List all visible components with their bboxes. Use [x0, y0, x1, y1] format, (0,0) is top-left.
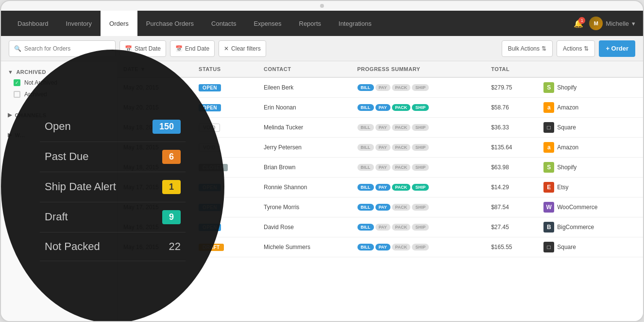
- archived-checkbox[interactable]: [14, 91, 20, 98]
- nav-inventory[interactable]: Inventory: [57, 11, 101, 36]
- cell-channel: □ Square: [538, 237, 643, 257]
- cell-progress: BILLPAYPACKSHIP: [352, 158, 486, 178]
- progress-pill: SHIP: [412, 204, 429, 211]
- not-archived-checkbox[interactable]: [14, 79, 20, 86]
- nav-contacts[interactable]: Contacts: [203, 11, 245, 36]
- channel-icon: E: [543, 182, 554, 193]
- cell-channel: a Amazon: [538, 98, 643, 118]
- actions-label: Actions: [563, 45, 582, 52]
- col-progress: PROGRESS SUMMARY: [352, 61, 486, 77]
- end-date-button[interactable]: 📅 End Date: [170, 40, 215, 57]
- add-order-label: + Order: [606, 45, 628, 52]
- actions-button[interactable]: Actions ⇅: [557, 40, 595, 57]
- progress-pill: PAY: [375, 124, 390, 131]
- popup-row[interactable]: Past Due 6: [40, 142, 186, 172]
- channel-name: WooCommerce: [557, 204, 597, 211]
- progress-pill: SHIP: [412, 144, 429, 151]
- progress-pill: BILL: [357, 244, 374, 250]
- channel-name: Square: [557, 244, 576, 250]
- popup-item-count: 22: [169, 240, 181, 253]
- progress-pill: PACK: [392, 204, 411, 211]
- cell-channel: S Shopify: [538, 158, 643, 178]
- popup-item-label: Past Due: [45, 150, 89, 163]
- progress-pills: BILLPAYPACKSHIP: [357, 124, 480, 131]
- channel-cell: S Shopify: [543, 82, 637, 93]
- popup-item-badge: 6: [162, 150, 181, 164]
- channel-cell: W WooCommerce: [543, 202, 637, 213]
- table-header-row: DATE ▼ STATUS CONTACT PROGRESS SUMMARY T…: [118, 61, 643, 77]
- search-icon: 🔍: [14, 45, 21, 52]
- channel-cell: a Amazon: [543, 102, 637, 113]
- progress-pills: BILLPAYPACKSHIP: [357, 84, 480, 91]
- clear-filters-button[interactable]: ✕ Clear filters: [219, 40, 266, 57]
- progress-pill: BILL: [357, 124, 374, 131]
- cell-channel: S Shopify: [538, 77, 643, 98]
- nav-expenses[interactable]: Expenses: [245, 11, 290, 36]
- bulk-chevron-icon: ⇅: [542, 45, 546, 52]
- cell-channel: B BigCommerce: [538, 217, 643, 237]
- progress-pill: SHIP: [412, 224, 429, 231]
- progress-pill: PACK: [392, 104, 411, 111]
- progress-pill: BILL: [357, 104, 374, 111]
- progress-pills: BILLPAYPACKSHIP: [357, 164, 480, 171]
- add-order-button[interactable]: + Order: [599, 40, 635, 57]
- archived-label: ARCHIVED: [16, 69, 46, 75]
- cell-contact: Erin Noonan: [258, 98, 352, 118]
- progress-pill: BILL: [357, 224, 374, 231]
- nav-orders[interactable]: Orders: [101, 11, 137, 36]
- cell-channel: □ Square: [538, 118, 643, 138]
- cell-total: $63.98: [485, 158, 538, 178]
- progress-pill: PAY: [375, 204, 390, 211]
- popup-row[interactable]: Not Packed 22: [40, 233, 186, 261]
- popup-row[interactable]: Draft 9: [40, 202, 186, 233]
- cell-progress: BILLPAYPACKSHIP: [352, 138, 486, 158]
- actions-chevron-icon: ⇅: [584, 45, 589, 52]
- popup-row[interactable]: Ship Date Alert 1: [40, 172, 186, 202]
- nav-reports[interactable]: Reports: [290, 11, 330, 36]
- progress-pill: BILL: [357, 164, 374, 171]
- channel-icon: □: [543, 242, 554, 252]
- progress-pill: BILL: [357, 184, 374, 191]
- table-row[interactable]: May 20, 2015 OPEN Eileen Berk BILLPAYPAC…: [118, 77, 643, 98]
- cell-total: $135.64: [485, 138, 538, 158]
- progress-pill: BILL: [357, 144, 374, 151]
- popup-item-label: Open: [45, 120, 71, 133]
- channel-name: BigCommerce: [557, 224, 594, 231]
- cell-progress: BILLPAYPACKSHIP: [352, 118, 486, 138]
- col-total: TOTAL: [485, 61, 538, 77]
- cell-status: OPEN: [193, 77, 258, 98]
- progress-pill: SHIP: [412, 104, 429, 111]
- channels-collapse-icon: ▶: [8, 112, 12, 118]
- channel-cell: B BigCommerce: [543, 222, 637, 233]
- bulk-actions-button[interactable]: Bulk Actions ⇅: [502, 40, 553, 57]
- bell-button[interactable]: 🔔 1: [574, 19, 583, 28]
- nav-integrations[interactable]: Integrations: [330, 11, 380, 36]
- channel-cell: S Shopify: [543, 162, 637, 173]
- cell-progress: BILLPAYPACKSHIP: [352, 197, 486, 217]
- channel-cell: □ Square: [543, 242, 637, 252]
- progress-pill: PACK: [392, 84, 411, 91]
- col-contact: CONTACT: [258, 61, 352, 77]
- cell-total: $14.29: [485, 178, 538, 197]
- cell-total: $165.55: [485, 237, 538, 257]
- cell-total: $279.75: [485, 77, 538, 98]
- archived-collapse-icon: ▼: [8, 69, 13, 75]
- channel-name: Amazon: [557, 144, 578, 151]
- user-menu[interactable]: M Michelle ▾: [589, 17, 635, 30]
- nav-purchase-orders[interactable]: Purchase Orders: [137, 11, 203, 36]
- progress-pill: PACK: [392, 144, 411, 151]
- nav-dashboard[interactable]: Dashboard: [9, 11, 57, 36]
- channel-cell: a Amazon: [543, 142, 637, 153]
- cell-contact: Brian Brown: [258, 158, 352, 178]
- channel-icon: a: [543, 142, 554, 153]
- progress-pills: BILLPAYPACKSHIP: [357, 104, 480, 111]
- popup-row[interactable]: Open 150: [40, 112, 186, 142]
- cell-total: $36.33: [485, 118, 538, 138]
- progress-pills: BILLPAYPACKSHIP: [357, 144, 480, 151]
- channel-icon: W: [543, 202, 554, 213]
- nav-bar: Dashboard Inventory Orders Purchase Orde…: [1, 11, 643, 36]
- user-dropdown-icon: ▾: [632, 20, 635, 27]
- channel-name: Shopify: [557, 164, 576, 171]
- channel-name: Square: [557, 124, 576, 131]
- progress-pill: PAY: [375, 224, 390, 231]
